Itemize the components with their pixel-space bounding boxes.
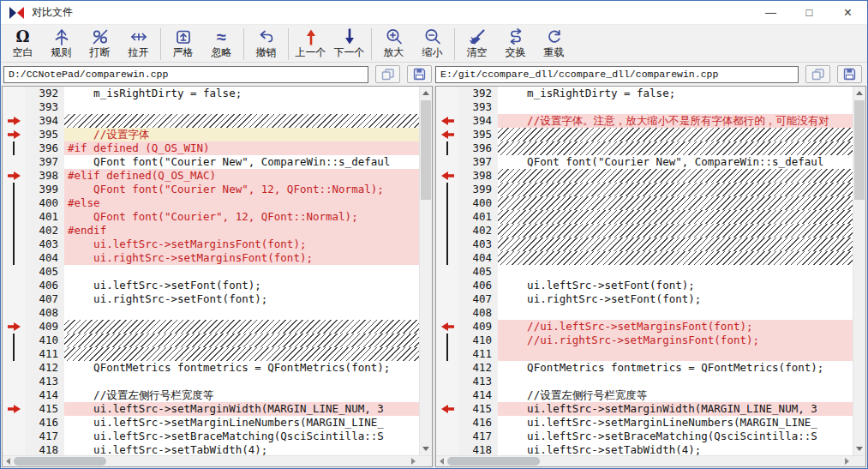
right-save-button[interactable] xyxy=(837,65,862,83)
right-horizontal-scrollbar[interactable] xyxy=(436,455,865,466)
code-line[interactable] xyxy=(64,265,419,279)
toolbar-button-undo[interactable]: 撤销 xyxy=(247,27,285,62)
scroll-left-arrow[interactable] xyxy=(436,456,447,466)
maximize-button[interactable]: □ xyxy=(790,1,829,25)
left-copy-button[interactable] xyxy=(375,65,400,83)
right-vertical-scrollbar[interactable] xyxy=(853,87,865,455)
toolbar-button-rules[interactable]: 规则 xyxy=(42,27,81,62)
minimize-button[interactable]: — xyxy=(751,1,790,25)
code-line[interactable] xyxy=(498,238,853,251)
code-line[interactable] xyxy=(498,375,853,388)
code-line[interactable]: QFont font("Courier New", 12, QFont::Nor… xyxy=(64,183,419,196)
scroll-right-arrow[interactable] xyxy=(408,456,419,466)
scroll-left-arrow[interactable] xyxy=(3,456,14,466)
left-save-button[interactable] xyxy=(407,65,432,83)
line-number: 409 xyxy=(458,320,498,334)
code-line[interactable] xyxy=(498,100,853,114)
code-line[interactable]: #endif xyxy=(64,224,419,238)
code-line[interactable] xyxy=(64,334,419,347)
diff-marker-slot xyxy=(3,416,25,430)
code-line[interactable]: ui.leftSrc->setFont(font); xyxy=(64,279,419,292)
left-file-path-input[interactable] xyxy=(3,66,368,83)
left-vertical-scrollbar[interactable] xyxy=(419,87,432,455)
code-line[interactable]: #if defined (Q_OS_WIN) xyxy=(64,141,419,155)
close-button[interactable]: × xyxy=(829,1,867,25)
code-line[interactable]: //设置字体 xyxy=(64,128,419,141)
code-line[interactable] xyxy=(498,128,853,141)
code-line[interactable] xyxy=(64,100,419,114)
code-line[interactable] xyxy=(498,347,853,361)
right-copy-button[interactable] xyxy=(805,65,830,83)
toolbar-button-reload[interactable]: 重载 xyxy=(535,27,573,62)
toolbar-button-swap[interactable]: 交换 xyxy=(496,27,535,62)
code-line[interactable] xyxy=(498,306,853,320)
code-line[interactable]: QFont font("Courier New", CompareWin::s_… xyxy=(498,155,853,169)
horizontal-scroll-thumb[interactable] xyxy=(14,457,106,466)
code-line[interactable]: QFontMetrics fontmetrics = QFontMetrics(… xyxy=(64,361,419,375)
right-code-area[interactable]: m_isRightDirty = false; //设置字体。注意，放大缩小不是… xyxy=(498,87,853,455)
code-line[interactable] xyxy=(498,210,853,224)
toolbar-button-next[interactable]: 下一个 xyxy=(330,27,368,62)
code-line[interactable]: m_isRightDirty = false; xyxy=(64,87,419,100)
scroll-up-arrow[interactable] xyxy=(853,87,865,99)
toolbar-button-clear[interactable]: 清空 xyxy=(458,27,496,62)
toolbar-button-zoom-out[interactable]: 缩小 xyxy=(413,27,452,62)
code-line[interactable]: ui.leftSrc->setFont(font); xyxy=(498,279,853,292)
code-line[interactable]: //ui.rightSrc->setMarginsFont(font); xyxy=(498,334,853,347)
code-line[interactable]: QFont font("Courier New", CompareWin::s_… xyxy=(64,155,419,169)
diff-bar-marker xyxy=(436,251,458,265)
code-line[interactable]: ui.leftSrc->setTabWidth(4); xyxy=(498,443,853,455)
code-line[interactable]: ui.leftSrc->setMarginLineNumbers(MARGIN_… xyxy=(64,416,419,430)
toolbar-button-strict[interactable]: 严格 xyxy=(164,27,202,62)
scroll-right-arrow[interactable] xyxy=(841,456,853,466)
code-line[interactable]: ui.rightSrc->setFont(font); xyxy=(64,292,419,306)
vertical-scroll-thumb[interactable] xyxy=(854,100,865,200)
code-line[interactable]: ui.leftSrc->setBraceMatching(QsciScintil… xyxy=(64,430,419,443)
code-line[interactable] xyxy=(498,265,853,279)
toolbar-button-blank[interactable]: Ω空白 xyxy=(3,27,42,62)
code-line[interactable] xyxy=(498,224,853,238)
code-line[interactable]: m_isRightDirty = false; xyxy=(498,87,853,100)
code-line[interactable]: #else xyxy=(64,196,419,210)
code-line[interactable]: //设置左侧行号栏宽度等 xyxy=(64,388,419,402)
code-line[interactable] xyxy=(498,169,853,183)
code-line[interactable]: ui.leftSrc->setMarginsFont(font); xyxy=(64,238,419,251)
code-line[interactable]: ui.leftSrc->setMarginWidth(MARGIN_LINE_N… xyxy=(498,402,853,416)
left-horizontal-scrollbar[interactable] xyxy=(3,455,432,466)
toolbar-button-ignore[interactable]: ≈忽略 xyxy=(202,27,241,62)
toolbar-button-stretch[interactable]: 拉开 xyxy=(119,27,158,62)
scroll-down-arrow[interactable] xyxy=(420,442,432,455)
code-line[interactable] xyxy=(64,375,419,388)
brush-icon xyxy=(468,27,487,46)
horizontal-scroll-thumb[interactable] xyxy=(447,457,540,466)
code-line[interactable] xyxy=(64,320,419,334)
code-line[interactable] xyxy=(498,141,853,155)
code-line[interactable] xyxy=(498,183,853,196)
code-line[interactable]: ui.leftSrc->setMarginLineNumbers(MARGIN_… xyxy=(498,416,853,430)
code-line[interactable]: ui.leftSrc->setBraceMatching(QsciScintil… xyxy=(498,430,853,443)
code-line[interactable]: ui.leftSrc->setMarginWidth(MARGIN_LINE_N… xyxy=(64,402,419,416)
code-line[interactable] xyxy=(498,251,853,265)
code-line[interactable]: //设置字体。注意，放大缩小不是所有字体都行的，可能没有对 xyxy=(498,114,853,128)
scroll-down-arrow[interactable] xyxy=(853,442,865,455)
code-line[interactable]: QFont font("Courier", 12, QFont::Normal)… xyxy=(64,210,419,224)
diff-arrow-marker xyxy=(436,169,458,183)
right-file-path-input[interactable] xyxy=(435,66,799,83)
code-line[interactable]: //设置左侧行号栏宽度等 xyxy=(498,388,853,402)
code-line[interactable] xyxy=(64,114,419,128)
code-line[interactable]: QFontMetrics fontmetrics = QFontMetrics(… xyxy=(498,361,853,375)
code-line[interactable]: ui.rightSrc->setMarginsFont(font); xyxy=(64,251,419,265)
code-line[interactable]: ui.leftSrc->setTabWidth(4); xyxy=(64,443,419,455)
code-line[interactable]: #elif defined(Q_OS_MAC) xyxy=(64,169,419,183)
toolbar-button-prev[interactable]: 上一个 xyxy=(291,27,330,62)
code-line[interactable]: ui.rightSrc->setFont(font); xyxy=(498,292,853,306)
code-line[interactable] xyxy=(64,347,419,361)
code-line[interactable] xyxy=(64,306,419,320)
code-line[interactable]: //ui.leftSrc->setMarginsFont(font); xyxy=(498,320,853,334)
toolbar-button-break[interactable]: 打断 xyxy=(81,27,119,62)
vertical-scroll-thumb[interactable] xyxy=(421,100,431,200)
code-line[interactable] xyxy=(498,196,853,210)
left-code-area[interactable]: m_isRightDirty = false; //设置字体#if define… xyxy=(64,87,419,455)
toolbar-button-zoom-in[interactable]: 放大 xyxy=(374,27,413,62)
scroll-up-arrow[interactable] xyxy=(420,87,432,99)
